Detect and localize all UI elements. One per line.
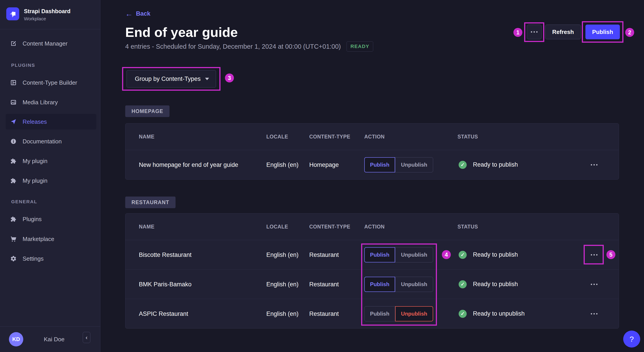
status-badge: READY: [346, 41, 373, 52]
sidebar-item-settings[interactable]: Settings: [6, 251, 96, 266]
release-more-options-button[interactable]: [527, 24, 542, 39]
release-table-homepage: NAMELOCALECONTENT-TYPEACTIONSTATUSNew ho…: [125, 123, 619, 179]
sidebar-item-label: Marketplace: [22, 236, 54, 243]
publish-action-button[interactable]: Publish: [364, 277, 395, 292]
entry-status-label: Ready to publish: [473, 161, 518, 168]
sidebar-section-general: GENERAL: [11, 199, 37, 204]
publish-action-button[interactable]: Publish: [364, 306, 395, 321]
entry-status: ✓Ready to unpublish: [459, 310, 524, 318]
back-link[interactable]: ← Back: [125, 10, 150, 17]
strapi-logo-icon: [6, 7, 19, 20]
column-header-status: STATUS: [458, 134, 478, 140]
release-entry-locale: English (en): [266, 310, 298, 317]
release-entry-content-type: Restaurant: [309, 251, 339, 258]
column-header-locale: LOCALE: [266, 134, 288, 140]
sidebar-item-content-type-builder[interactable]: Content-Type Builder: [6, 75, 96, 90]
entry-more-options-button[interactable]: [585, 248, 603, 262]
sidebar-item-label: Settings: [22, 255, 44, 262]
strapi-releases-page: Strapi Dashboard Workplace Content Manag…: [0, 0, 644, 352]
publish-action-button[interactable]: Publish: [364, 157, 395, 173]
release-entry-content-type: Homepage: [309, 161, 339, 168]
table-row: New homepage for end of year guideEnglis…: [126, 150, 619, 179]
sidebar-item-documentation[interactable]: Documentation: [6, 134, 96, 149]
group-tag-restaurant: RESTAURANT: [125, 196, 176, 208]
release-entry-name: BMK Paris-Bamako: [139, 281, 192, 288]
gear-icon: [10, 255, 17, 262]
table-row: BMK Paris-BamakoEnglish (en)RestaurantPu…: [126, 270, 619, 299]
column-header-action: ACTION: [364, 134, 384, 140]
layout-icon: [10, 79, 17, 86]
unpublish-action-button[interactable]: Unpublish: [395, 306, 433, 321]
chevron-down-icon: [205, 78, 209, 80]
entry-status-label: Ready to publish: [473, 281, 518, 288]
unpublish-action-button[interactable]: Unpublish: [395, 247, 433, 262]
release-entry-name: New homepage for end of year guide: [139, 161, 238, 168]
check-circle-icon: ✓: [459, 161, 467, 169]
ellipsis-icon: [591, 164, 592, 166]
entry-more-options-button[interactable]: [585, 278, 603, 291]
paper-plane-icon: [10, 118, 17, 125]
sidebar-item-plugins[interactable]: Plugins: [6, 211, 96, 227]
cart-icon: [10, 236, 17, 242]
entry-action-toggle: PublishUnpublish: [364, 157, 433, 173]
unpublish-action-button[interactable]: Unpublish: [395, 277, 433, 292]
table-row: Biscotte RestaurantEnglish (en)Restauran…: [126, 240, 619, 270]
refresh-button[interactable]: Refresh: [545, 24, 581, 39]
sidebar-item-label: Documentation: [22, 138, 62, 145]
group-by-value: Group by Content-Types: [135, 75, 200, 82]
release-subtitle: 4 entries - Scheduled for Sunday, Decemb…: [125, 43, 341, 50]
entry-more-options-button[interactable]: [585, 307, 603, 321]
ellipsis-icon: [591, 313, 592, 315]
pencil-square-icon: [10, 40, 17, 47]
publish-action-button[interactable]: Publish: [364, 247, 395, 262]
sidebar-item-content-manager[interactable]: Content Manager: [6, 36, 96, 51]
entry-status: ✓Ready to publish: [459, 161, 518, 169]
check-circle-icon: ✓: [459, 280, 467, 288]
column-header-status: STATUS: [458, 224, 478, 230]
release-entry-locale: English (en): [266, 251, 298, 258]
release-entry-name: Biscotte Restaurant: [139, 251, 192, 258]
sidebar-item-media-library[interactable]: Media Library: [6, 94, 96, 110]
release-entry-content-type: Restaurant: [309, 281, 339, 288]
question-mark-icon: ?: [630, 335, 634, 344]
column-header-action: ACTION: [364, 224, 384, 230]
page-title: End of year guide: [125, 24, 238, 40]
entry-status-label: Ready to publish: [473, 251, 518, 258]
unpublish-action-button[interactable]: Unpublish: [395, 157, 433, 173]
entry-more-options-button[interactable]: [585, 158, 603, 172]
chevron-left-icon: ‹: [86, 334, 88, 341]
sidebar-item-label: Content-Type Builder: [22, 79, 77, 86]
column-header-locale: LOCALE: [266, 224, 288, 230]
app-brand: Strapi Dashboard Workplace: [0, 0, 100, 29]
entry-action-toggle: PublishUnpublish: [364, 247, 433, 262]
sidebar: Strapi Dashboard Workplace Content Manag…: [0, 0, 100, 352]
entry-action-toggle: PublishUnpublish: [364, 277, 433, 292]
column-header-content-type: CONTENT-TYPE: [309, 224, 350, 230]
sidebar-item-marketplace[interactable]: Marketplace: [6, 231, 96, 247]
info-circle-icon: [10, 138, 17, 145]
group-tag-homepage: HOMEPAGE: [125, 105, 170, 117]
publish-release-button[interactable]: Publish: [586, 24, 620, 39]
ellipsis-icon: [531, 31, 532, 33]
puzzle-icon: [10, 216, 17, 222]
annotation-marker-2: 2: [625, 28, 634, 37]
check-circle-icon: ✓: [459, 251, 467, 259]
entry-status: ✓Ready to publish: [459, 251, 518, 259]
help-button[interactable]: ?: [623, 331, 640, 348]
avatar[interactable]: KD: [9, 332, 23, 347]
sidebar-item-label: My plugin: [22, 158, 48, 165]
sidebar-item-my-plugin-2[interactable]: My plugin: [6, 173, 96, 188]
column-header-name: NAME: [139, 224, 154, 230]
sidebar-item-releases[interactable]: Releases: [6, 114, 96, 130]
sidebar-item-label: Plugins: [22, 216, 42, 223]
app-title: Strapi Dashboard: [24, 8, 70, 14]
sidebar-collapse-button[interactable]: ‹: [83, 332, 90, 343]
release-entry-locale: English (en): [266, 281, 298, 288]
sidebar-item-label: Media Library: [22, 99, 58, 106]
sidebar-item-label: My plugin: [22, 177, 48, 184]
group-by-dropdown[interactable]: Group by Content-Types: [126, 70, 216, 88]
check-circle-icon: ✓: [459, 310, 467, 318]
sidebar-footer: KD Kai Doe ‹: [0, 326, 100, 352]
release-entry-content-type: Restaurant: [309, 310, 339, 317]
sidebar-item-my-plugin-1[interactable]: My plugin: [6, 153, 96, 169]
